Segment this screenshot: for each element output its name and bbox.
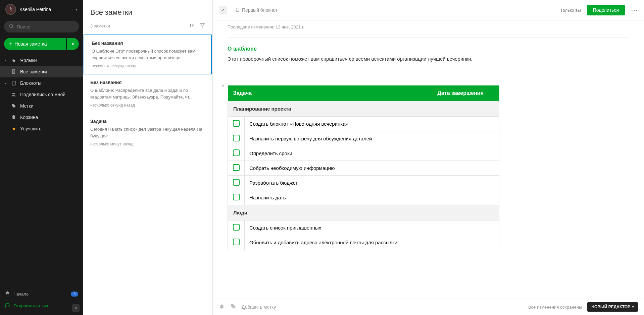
svg-point-6 (12, 93, 14, 94)
collapse-sidebar-button[interactable]: « (72, 304, 80, 312)
plus-icon: + (9, 41, 12, 47)
collapse-icon: « (75, 306, 77, 310)
nav-start[interactable]: Начало 5 (0, 288, 83, 300)
feedback-icon (5, 303, 10, 309)
task-cell[interactable]: Назначить дать (245, 190, 432, 205)
search-input[interactable] (17, 24, 76, 29)
chevron-right-icon: ▸ (5, 81, 7, 85)
nav-tags[interactable]: Метки (0, 100, 83, 112)
editor-panel: ⤢ Первый блокнот Только вы Поделиться ⋯ … (213, 0, 644, 315)
checkbox[interactable] (233, 120, 240, 127)
checkbox-cell (228, 190, 245, 205)
share-button[interactable]: Поделиться (587, 5, 625, 15)
checkbox-cell (228, 146, 245, 161)
date-cell[interactable] (432, 161, 499, 175)
nav-label: Ярлыки (20, 58, 37, 63)
expand-icon: ⤢ (221, 8, 225, 12)
nav-all-notes[interactable]: Все заметки (0, 66, 83, 77)
checkbox[interactable] (233, 135, 240, 141)
checkbox[interactable] (233, 179, 240, 186)
trash-icon (11, 114, 17, 120)
filter-icon[interactable] (200, 23, 205, 29)
about-text: Этот проверочный список поможет вам спра… (228, 55, 629, 63)
nav-label: Корзина (20, 115, 38, 120)
task-cell[interactable]: Создать список приглашенных (245, 220, 432, 235)
nav-label: Отправить отзыв (13, 303, 48, 308)
drag-handle-icon[interactable]: ⠿ (221, 85, 225, 87)
new-note-dropdown[interactable]: ▾ (67, 38, 79, 50)
new-note-button[interactable]: + Новая заметка (4, 38, 66, 50)
checkbox[interactable] (233, 239, 240, 245)
date-cell[interactable] (432, 235, 499, 250)
note-list-item[interactable]: Без названия О шаблоне Этот проверочный … (84, 35, 212, 74)
table-row: Создать список приглашенных (228, 220, 499, 235)
date-cell[interactable] (432, 131, 499, 146)
nav-trash[interactable]: Корзина (0, 112, 83, 123)
star-icon: ★ (11, 57, 17, 63)
user-menu[interactable]: k Kseniia Petrina ▾ (0, 0, 83, 19)
svg-rect-2 (12, 81, 15, 85)
user-name: Kseniia Petrina (19, 7, 72, 12)
more-icon: ⋯ (631, 6, 638, 14)
section-title: Люди (228, 205, 499, 220)
notebook-selector[interactable]: Первый блокнот (235, 7, 278, 13)
tag-add-icon[interactable]: + (230, 303, 236, 311)
note-item-time: несколько секунд назад (92, 64, 204, 68)
checkbox[interactable] (233, 194, 240, 200)
task-cell[interactable]: Собрать необходимую информацию (245, 161, 432, 175)
nav-upgrade[interactable]: ● Улучшить (0, 123, 83, 134)
svg-text:+: + (224, 306, 225, 309)
nav-feedback[interactable]: Отправить отзыв (0, 300, 83, 312)
note-item-preview: Сегодня Начать список дел Завтра Текущая… (90, 126, 205, 139)
date-cell[interactable] (432, 190, 499, 205)
reminder-icon[interactable]: + (219, 303, 225, 311)
note-item-title: Задача (90, 119, 205, 124)
checkbox[interactable] (233, 149, 240, 156)
search-box[interactable] (4, 21, 79, 33)
nav-shortcuts[interactable]: ▸ ★ Ярлыки (0, 55, 83, 66)
svg-line-1 (12, 27, 13, 28)
table-row: Собрать необходимую информацию (228, 161, 499, 175)
svg-text:+: + (235, 306, 237, 309)
nav-label: Все заметки (20, 69, 47, 74)
new-editor-button[interactable]: НОВЫЙ РЕДАКТОР ▾ (587, 302, 638, 312)
checkbox[interactable] (233, 164, 240, 171)
task-table: Задача Дата завершения Планирование прое… (228, 85, 499, 250)
last-edit-label: Последние изменения: 13 янв. 2021 г. (228, 24, 629, 29)
note-list-item[interactable]: Задача Сегодня Начать список дел Завтра … (83, 113, 212, 152)
more-menu-button[interactable]: ⋯ (631, 6, 638, 14)
new-editor-label: НОВЫЙ РЕДАКТОР (591, 305, 630, 309)
date-cell[interactable] (432, 146, 499, 161)
date-cell[interactable] (432, 116, 499, 131)
table-row: Обновить и добавить адреса электронной п… (228, 235, 499, 250)
note-item-title: Без названия (90, 80, 205, 85)
task-cell[interactable]: Разработать бюджет (245, 175, 432, 190)
date-cell[interactable] (432, 220, 499, 235)
task-cell[interactable]: Обновить и добавить адреса электронной п… (245, 235, 432, 250)
add-tag-input[interactable]: Добавить метку (242, 304, 523, 310)
checkbox-cell (228, 235, 245, 250)
task-cell[interactable]: Определить сроки (245, 146, 432, 161)
save-status: Все изменения сохранены (528, 305, 582, 310)
table-header-task: Задача (228, 85, 432, 101)
svg-marker-12 (200, 24, 204, 27)
nav-shared[interactable]: Поделились со мной (0, 89, 83, 100)
nav-label: Улучшить (20, 126, 41, 131)
checkbox[interactable] (233, 224, 240, 231)
divider (228, 38, 629, 38)
note-item-title: Без названия (92, 41, 204, 46)
note-list-item[interactable]: Без названия О шаблоне: Распределите все… (83, 74, 212, 113)
people-icon (11, 91, 17, 98)
date-cell[interactable] (432, 175, 499, 190)
note-item-time: несколько секунд назад (90, 103, 205, 108)
note-item-preview: О шаблоне Этот проверочный список поможе… (92, 48, 204, 61)
sort-icon[interactable] (190, 23, 195, 29)
search-icon (9, 23, 14, 30)
expand-editor-button[interactable]: ⤢ (219, 6, 227, 14)
nav-notebooks[interactable]: ▸ Блокноты (0, 77, 83, 89)
task-cell[interactable]: Создать блокнот «Новогодняя вечеринка» (245, 116, 432, 131)
checkbox-cell (228, 131, 245, 146)
task-cell[interactable]: Назначить первую встречу для обсуждения … (245, 131, 432, 146)
table-row: Назначить первую встречу для обсуждения … (228, 131, 499, 146)
divider (228, 72, 629, 72)
